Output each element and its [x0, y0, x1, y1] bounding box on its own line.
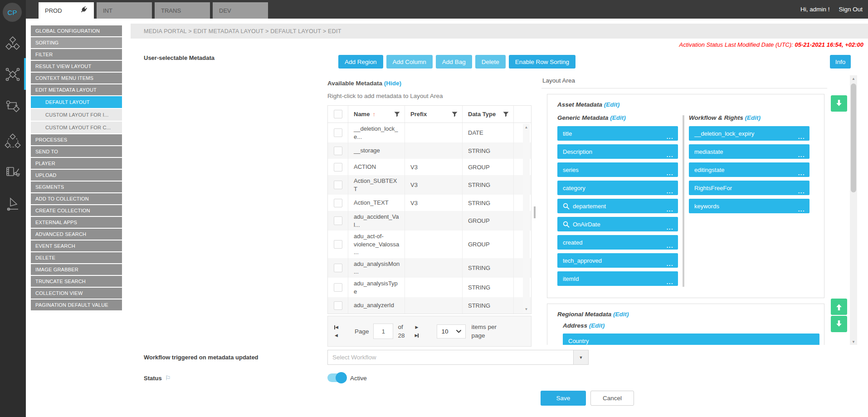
select-all-checkbox[interactable]: [334, 110, 342, 118]
sidebar-item-truncate-search[interactable]: TRUNCATE SEARCH: [31, 276, 122, 287]
table-scrollbar[interactable]: ▲ ▼: [523, 124, 530, 313]
row-checkbox[interactable]: [334, 283, 342, 292]
add-bag-button[interactable]: Add Bag: [436, 55, 472, 69]
sidebar-item-global-configuration[interactable]: GLOBAL CONFIGURATION: [31, 25, 122, 36]
sidebar-item-custom-layout-1[interactable]: CUSTOM LAYOUT FOR I...: [31, 109, 122, 121]
metadata-chip[interactable]: created...: [557, 235, 678, 250]
row-checkbox[interactable]: [334, 301, 342, 310]
assets-icon[interactable]: [5, 35, 21, 52]
sidebar-item-filter[interactable]: FILTER: [31, 49, 122, 60]
chip-menu-icon[interactable]: ...: [667, 242, 673, 249]
sidebar-item-player[interactable]: PLAYER: [31, 158, 122, 169]
sidebar-item-edit-metadata-layout[interactable]: EDIT METADATA LAYOUT: [31, 84, 122, 95]
chip-menu-icon[interactable]: ...: [667, 188, 673, 195]
sidebar-item-advanced-search[interactable]: ADVANCED SEARCH: [31, 229, 122, 240]
image-grabber-icon[interactable]: [5, 196, 21, 212]
enable-row-sorting-button[interactable]: Enable Row Sorting: [509, 55, 575, 69]
chip-menu-icon[interactable]: ...: [667, 152, 673, 158]
add-region-button[interactable]: Add Region: [338, 55, 383, 69]
sidebar-item-pagination-default-value[interactable]: PAGINATION DEFAULT VALUE: [31, 299, 122, 310]
move-regional-group-down-button[interactable]: [831, 316, 847, 332]
dropdown-arrow-icon[interactable]: ▼: [573, 350, 588, 364]
row-checkbox[interactable]: [334, 163, 342, 172]
sidebar-item-segments[interactable]: SEGMENTS: [31, 182, 122, 192]
metadata-chip[interactable]: RightsFreeFor...: [689, 181, 809, 195]
chip-menu-icon[interactable]: ...: [808, 341, 815, 345]
table-row[interactable]: adu_act-of-violence_Valossa... GROUP: [328, 231, 531, 258]
sidebar-item-event-search[interactable]: EVENT SEARCH: [31, 240, 122, 251]
table-row[interactable]: adu_analysisMon... STRING: [328, 258, 531, 278]
chip-menu-icon[interactable]: ...: [667, 206, 673, 213]
workflow-icon[interactable]: [5, 98, 21, 114]
next-page-button[interactable]: ▶: [415, 325, 418, 329]
address-edit-link[interactable]: (Edit): [589, 322, 605, 329]
metadata-chip[interactable]: OnAirDate...: [557, 217, 678, 231]
row-checkbox[interactable]: [334, 147, 342, 155]
tab-int[interactable]: INT: [97, 2, 152, 19]
metadata-chip[interactable]: series...: [557, 162, 678, 177]
scroll-up-icon[interactable]: ▲: [525, 125, 528, 129]
chip-menu-icon[interactable]: ...: [798, 206, 805, 213]
sidebar-item-upload[interactable]: UPLOAD: [31, 170, 122, 181]
sidebar-item-create-collection[interactable]: CREATE COLLECTION: [31, 205, 122, 216]
metadata-chip[interactable]: itemId...: [557, 271, 678, 286]
generic-metadata-edit-link[interactable]: (Edit): [610, 114, 626, 121]
sidebar-item-processes[interactable]: PROCESSES: [31, 134, 122, 145]
header-prefix[interactable]: Prefix: [405, 106, 463, 123]
add-column-button[interactable]: Add Column: [386, 55, 433, 69]
table-row[interactable]: Action_TEXT V3 STRING: [328, 195, 531, 211]
workflow-select[interactable]: Select Workflow ▼: [327, 350, 589, 365]
integrations-icon[interactable]: [5, 66, 21, 83]
chip-menu-icon[interactable]: ...: [667, 224, 673, 231]
move-regional-group-up-button[interactable]: [831, 299, 847, 315]
row-checkbox[interactable]: [334, 240, 342, 249]
save-button[interactable]: Save: [541, 391, 586, 406]
first-page-button[interactable]: ◀: [334, 325, 338, 329]
move-asset-group-down-button[interactable]: [831, 95, 847, 112]
row-checkbox[interactable]: [334, 199, 342, 207]
tab-prod[interactable]: PROD: [39, 2, 94, 19]
header-name[interactable]: Name ↑: [348, 106, 405, 123]
name-filter-icon[interactable]: [394, 112, 400, 117]
sidebar-item-result-view-layout[interactable]: RESULT VIEW LAYOUT: [31, 61, 122, 72]
collaboration-icon[interactable]: [5, 133, 21, 150]
table-row[interactable]: __storage STRING: [328, 142, 531, 159]
chip-menu-icon[interactable]: ...: [667, 260, 673, 267]
sign-out-link[interactable]: Sign Out: [839, 6, 863, 13]
metadata-chip[interactable]: category...: [557, 181, 678, 195]
chip-menu-icon[interactable]: ...: [667, 133, 673, 140]
info-button[interactable]: Info: [830, 55, 851, 69]
scrollbar-thumb[interactable]: [851, 83, 856, 192]
row-checkbox[interactable]: [334, 264, 342, 272]
scroll-down-icon[interactable]: ▼: [850, 339, 857, 345]
row-checkbox[interactable]: [334, 181, 342, 189]
sidebar-item-context-menu-items[interactable]: CONTEXT MENU ITEMS: [31, 73, 122, 83]
chip-menu-icon[interactable]: ...: [798, 152, 805, 158]
scroll-up-icon[interactable]: ▲: [850, 75, 857, 82]
metadata-chip[interactable]: editingstate...: [689, 162, 809, 177]
prefix-filter-icon[interactable]: [452, 112, 458, 117]
page-number-input[interactable]: [373, 324, 393, 339]
status-toggle[interactable]: [327, 373, 346, 382]
header-data-type[interactable]: Data Type: [463, 106, 514, 123]
metadata-chip[interactable]: __deletion_lock_expiry...: [689, 126, 809, 141]
chip-menu-icon[interactable]: ...: [667, 279, 673, 285]
video-editor-icon[interactable]: [5, 163, 21, 180]
sidebar-item-add-to-collection[interactable]: ADD TO COLLECTION: [31, 193, 122, 204]
metadata-chip[interactable]: Country ...: [563, 334, 819, 345]
page-size-select[interactable]: 10: [437, 324, 466, 339]
asset-metadata-edit-link[interactable]: (Edit): [604, 101, 620, 108]
sidebar-item-external-apps[interactable]: EXTERNAL APPS: [31, 217, 122, 228]
sidebar-item-delete[interactable]: DELETE: [31, 252, 122, 263]
sidebar-item-default-layout[interactable]: DEFAULT LAYOUT: [31, 96, 122, 108]
sidebar-item-image-grabber[interactable]: IMAGE GRABBER: [31, 264, 122, 275]
tab-dev[interactable]: DEV: [213, 2, 268, 19]
metadata-chip[interactable]: departement...: [557, 199, 678, 213]
chip-menu-icon[interactable]: ...: [667, 170, 673, 177]
sidebar-item-send-to[interactable]: SEND TO: [31, 146, 122, 157]
row-checkbox[interactable]: [334, 216, 342, 225]
table-row[interactable]: Action_SUBTEXT V3 STRING: [328, 175, 531, 195]
metadata-chip[interactable]: Description...: [557, 144, 678, 159]
sidebar-item-sorting[interactable]: SORTING: [31, 37, 122, 48]
table-row[interactable]: __deletion_lock_e... DATE: [328, 123, 531, 142]
